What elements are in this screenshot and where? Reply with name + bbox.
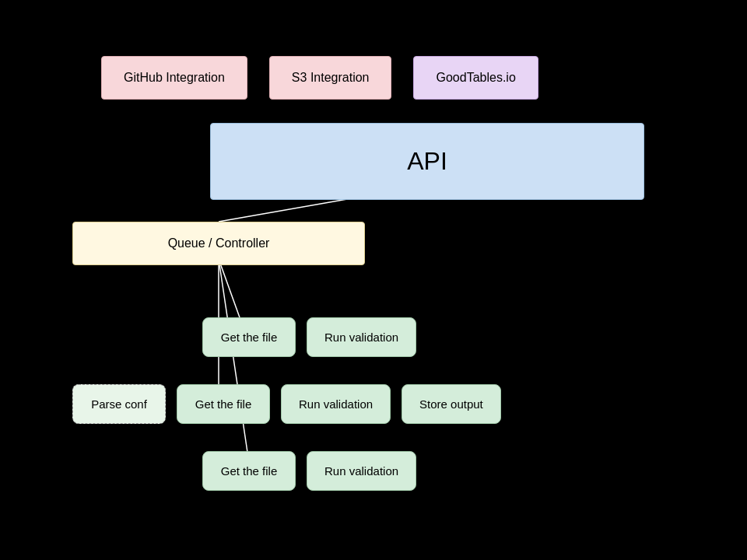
get-file-box-row3: Get the file — [202, 451, 296, 491]
worker-row-2: Parse conf Get the file Run validation S… — [72, 384, 501, 424]
worker-row-1: Get the file Run validation — [202, 317, 416, 357]
get-file-label-row2: Get the file — [195, 397, 252, 411]
s3-integration-box: S3 Integration — [269, 56, 392, 100]
run-validation-box-row2: Run validation — [281, 384, 391, 424]
run-validation-box-row1: Run validation — [307, 317, 416, 357]
goodtables-integration-label: GoodTables.io — [436, 71, 515, 84]
github-integration-label: GitHub Integration — [124, 71, 225, 84]
store-output-label: Store output — [419, 397, 483, 411]
parse-conf-box: Parse conf — [72, 384, 166, 424]
store-output-box: Store output — [402, 384, 501, 424]
worker-row-3: Get the file Run validation — [202, 451, 416, 491]
run-validation-label-row3: Run validation — [324, 464, 398, 478]
queue-controller-label: Queue / Controller — [168, 236, 270, 250]
get-file-box-row2: Get the file — [177, 384, 270, 424]
parse-conf-label: Parse conf — [91, 397, 147, 411]
run-validation-box-row3: Run validation — [307, 451, 416, 491]
get-file-label-row1: Get the file — [221, 331, 278, 344]
s3-integration-label: S3 Integration — [292, 71, 370, 84]
diagram-container: GitHub Integration S3 Integration GoodTa… — [0, 0, 747, 560]
api-box: API — [210, 123, 644, 200]
get-file-label-row3: Get the file — [221, 464, 278, 478]
github-integration-box: GitHub Integration — [101, 56, 247, 100]
queue-controller-box: Queue / Controller — [72, 222, 365, 265]
integrations-row: GitHub Integration S3 Integration GoodTa… — [101, 56, 538, 100]
run-validation-label-row1: Run validation — [324, 331, 398, 344]
get-file-box-row1: Get the file — [202, 317, 296, 357]
svg-line-3 — [219, 259, 251, 478]
api-label: API — [407, 147, 447, 175]
run-validation-label-row2: Run validation — [299, 397, 373, 411]
goodtables-integration-box: GoodTables.io — [413, 56, 538, 100]
